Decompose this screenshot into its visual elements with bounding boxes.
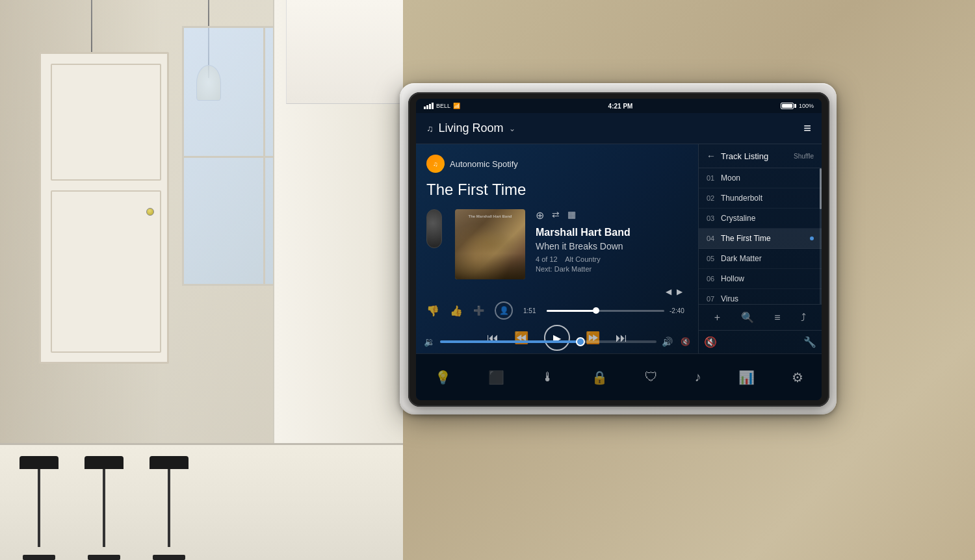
seek-next-icon[interactable]: ▶: [677, 287, 682, 296]
track-list: 01 Moon 02 Thunderbolt 03 Crystaline 04 …: [699, 168, 822, 304]
equalizer-icon[interactable]: ≡: [774, 312, 780, 324]
nav-item-security[interactable]: 🔒: [592, 370, 608, 385]
album-art-image: The Marshall Hart Band: [455, 209, 525, 279]
time-remaining: -2:40: [670, 307, 688, 314]
time-elapsed: 1:51: [523, 307, 541, 314]
shuffle-label[interactable]: Shuffle: [794, 153, 814, 160]
volume-knob-area: [426, 209, 445, 248]
search-track-icon[interactable]: 🔍: [741, 311, 754, 324]
main-content: ♫ Autonomic Spotify The First Time The M…: [416, 144, 822, 353]
battery-percent: 100%: [799, 103, 814, 109]
seek-nav-row: ◀ ▶: [426, 287, 682, 296]
nav-item-blinds[interactable]: ⬛: [488, 370, 504, 385]
queue-icon[interactable]: ▦: [567, 209, 576, 222]
nav-item-lights[interactable]: 💡: [435, 370, 451, 385]
nav-item-alarm[interactable]: 🛡: [645, 370, 658, 385]
door-frame: [39, 52, 169, 364]
menu-button[interactable]: ≡: [803, 121, 811, 136]
nav-item-status[interactable]: 📊: [738, 370, 755, 385]
mute-button[interactable]: 🔇: [704, 336, 717, 348]
tablet-device: BELL 📶 4:21 PM 100% ♫ Living Room ⌄: [408, 92, 829, 407]
track-item-02[interactable]: 02 Thunderbolt: [699, 188, 822, 209]
stool-3: [143, 456, 195, 560]
track-item-01[interactable]: 01 Moon: [699, 168, 822, 188]
thumbs-progress-row: 👎 👍 ➕ 👤 1:51 -2:40: [426, 301, 688, 320]
chevron-down-icon[interactable]: ⌄: [509, 124, 515, 133]
top-navigation: ♫ Living Room ⌄ ≡: [416, 113, 822, 144]
volume-down-icon[interactable]: 🔉: [424, 337, 435, 347]
status-bar: BELL 📶 4:21 PM 100%: [416, 99, 822, 113]
add-track-icon[interactable]: +: [714, 312, 720, 324]
stool-2: [78, 456, 130, 560]
wrench-icon[interactable]: 🔧: [803, 336, 816, 348]
album-art-text: The Marshall Hart Band: [458, 214, 523, 218]
next-track: Next: Dark Matter: [536, 265, 688, 273]
track-panel-header: ← Track Listing Shuffle: [699, 144, 822, 168]
source-name: Autonomic Spotify: [450, 159, 518, 169]
nav-item-music[interactable]: ♪: [695, 370, 701, 385]
thermometer-icon: 🌡: [541, 370, 554, 385]
bottom-navigation: 💡 ⬛ 🌡 🔒 🛡 ♪ 📊 ⚙: [416, 353, 822, 400]
volume-bar-row: 🔉 🔊 🔇: [416, 337, 698, 347]
kitchen-counter: [0, 443, 403, 560]
room-title-group[interactable]: ♫ Living Room ⌄: [426, 121, 515, 135]
thumbs-up-icon[interactable]: 👍: [450, 305, 463, 317]
seek-bar-fill: [547, 310, 596, 312]
volume-up-icon[interactable]: 🔊: [662, 337, 673, 347]
album-row: The Marshall Hart Band ⊕ ⇄ ▦: [426, 209, 688, 279]
carrier-name: BELL: [436, 103, 450, 109]
lock-icon: 🔒: [592, 370, 608, 385]
door-panel-bottom: [51, 190, 161, 353]
share-icon[interactable]: ⤴: [801, 312, 806, 324]
user-avatar[interactable]: 👤: [495, 301, 513, 320]
seek-bar-track[interactable]: [547, 310, 664, 312]
room-name: Living Room: [439, 121, 504, 135]
track-panel-actions: + 🔍 ≡ ⤴: [699, 304, 822, 330]
music-note-icon: ♫: [426, 123, 434, 134]
battery-indicator: [781, 103, 796, 109]
genre: Alt Country: [565, 255, 600, 263]
track-meta: 4 of 12 Alt Country: [536, 255, 688, 263]
track-item-04[interactable]: 04 The First Time: [699, 229, 822, 249]
track-item-07[interactable]: 07 Virus: [699, 289, 822, 304]
player-area: ♫ Autonomic Spotify The First Time The M…: [416, 144, 698, 353]
track-number: 4 of 12: [536, 255, 558, 263]
signal-bars: [424, 103, 434, 109]
chart-icon: 📊: [738, 370, 755, 385]
track-item-06[interactable]: 06 Hollow: [699, 269, 822, 289]
nav-item-climate[interactable]: 🌡: [541, 370, 554, 385]
wifi-icon: 📶: [453, 103, 460, 109]
cabinet-top: [286, 0, 403, 104]
counter-stools: [13, 456, 195, 560]
nav-item-settings[interactable]: ⚙: [792, 370, 803, 385]
kitchen-background: [0, 0, 403, 560]
back-icon[interactable]: ←: [707, 151, 716, 161]
track-item-03[interactable]: 03 Crystaline: [699, 209, 822, 229]
seek-prev-icon[interactable]: ◀: [666, 287, 671, 296]
track-item-05[interactable]: 05 Dark Matter: [699, 249, 822, 269]
stool-1: [13, 456, 65, 560]
thumbs-down-icon[interactable]: 👎: [426, 305, 439, 317]
volume-knob[interactable]: [426, 209, 442, 248]
shuffle-icon[interactable]: ⇄: [552, 209, 560, 222]
add-icon[interactable]: ➕: [473, 305, 484, 316]
quick-controls: ⊕ ⇄ ▦: [536, 209, 688, 222]
lightbulb-icon: 💡: [435, 370, 451, 385]
door-knob: [146, 208, 154, 216]
shield-icon: 🛡: [645, 370, 658, 385]
scroll-bar[interactable]: [820, 168, 822, 304]
volume-track[interactable]: [440, 340, 656, 343]
music-icon: ♪: [695, 370, 701, 385]
source-icon: ♫: [426, 155, 445, 173]
status-left: BELL 📶: [424, 103, 460, 109]
source-info: ♫ Autonomic Spotify: [426, 155, 688, 173]
status-time: 4:21 PM: [608, 103, 633, 110]
mute-icon[interactable]: 🔇: [681, 337, 690, 346]
tablet-screen: BELL 📶 4:21 PM 100% ♫ Living Room ⌄: [416, 99, 822, 400]
gear-icon: ⚙: [792, 370, 803, 385]
volume-fill: [440, 340, 580, 343]
seek-bar-area: 1:51 -2:40: [523, 307, 688, 314]
artist-name: Marshall Hart Band: [536, 227, 688, 238]
track-listing-panel: ← Track Listing Shuffle 01 Moon 02 Thund…: [698, 144, 822, 353]
add-to-queue-icon[interactable]: ⊕: [536, 209, 544, 222]
